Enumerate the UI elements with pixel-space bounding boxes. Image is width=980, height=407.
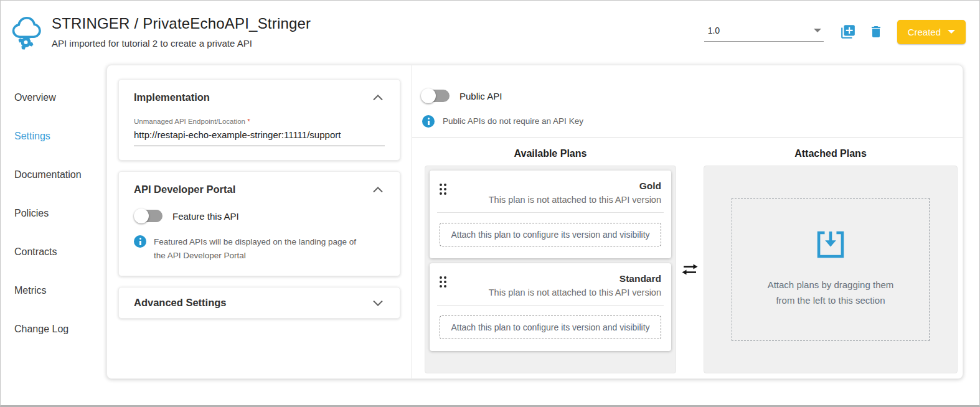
chevron-up-icon [372,95,384,101]
expand-advanced-settings-button[interactable] [371,297,385,309]
public-api-info-text: Public APIs do not require an API Key [443,115,583,128]
endpoint-field: Unmanaged API Endpoint/Location * http:/… [134,118,385,146]
drag-handle-icon[interactable] [440,276,446,297]
implementation-panel-header: Implementation [134,91,385,103]
attached-plans-container: Attach plans by dragging them from the l… [704,166,958,373]
implementation-panel: Implementation Unmanaged API Endpoint/Lo… [118,79,400,161]
chevron-down-icon [372,300,384,306]
feature-api-toggle[interactable] [134,208,163,223]
header: STRINGER / PrivateEchoAPI_Stringer API i… [1,1,979,63]
plan-info: Standard This plan is not attached to th… [446,273,661,297]
plan-info: Gold This plan is not attached to this A… [446,180,661,205]
required-marker: * [247,118,250,125]
swap-horizontal-icon [682,263,698,276]
collapse-developer-portal-button[interactable] [371,184,385,195]
public-api-row: Public API [421,88,963,103]
implementation-title: Implementation [134,91,210,103]
sidebar: Overview Settings Documentation Policies… [1,63,106,349]
plan-card-divider [437,212,664,213]
developer-portal-panel-header: API Developer Portal [134,184,385,195]
available-plans-header: Available Plans [425,148,676,159]
plan-card-divider [437,305,664,306]
plans-area: Available Plans Gold This plan is not at… [412,138,963,373]
drop-download-icon [816,230,845,259]
advanced-settings-panel-header: Advanced Settings [134,297,385,309]
advanced-settings-panel: Advanced Settings [118,287,400,319]
featured-api-info-text: Featured APIs will be displayed on the l… [154,235,385,262]
plan-name: Standard [446,273,661,284]
dropzone-hint-line2: from the left to this section [768,293,894,309]
collapse-implementation-button[interactable] [371,92,385,103]
sidebar-item-metrics[interactable]: Metrics [1,271,106,310]
plan-status: This plan is not attached to this API ve… [446,288,661,297]
attached-plans-header: Attached Plans [704,148,958,159]
plans-column: Public API Public APIs do not require an… [412,65,963,378]
plan-card-gold[interactable]: Gold This plan is not attached to this A… [430,171,671,258]
attached-plans-column: Attached Plans Attach plans by dragging … [704,138,958,373]
sidebar-item-overview[interactable]: Overview [1,78,106,117]
settings-form-column: Implementation Unmanaged API Endpoint/Lo… [107,65,412,378]
endpoint-input[interactable]: http://restapi-echo-example-stringer:111… [134,125,385,146]
attach-gold-plan-button[interactable]: Attach this plan to configure its versio… [440,223,661,246]
available-plans-column: Available Plans Gold This plan is not at… [425,138,676,373]
page-title: STRINGER / PrivateEchoAPI_Stringer [52,15,311,32]
title-block: STRINGER / PrivateEchoAPI_Stringer API i… [52,15,311,49]
chevron-down-icon [814,29,821,32]
version-value: 1.0 [708,26,814,35]
feature-api-row: Feature this API [134,208,385,223]
dropzone-hint-line1: Attach plans by dragging them [768,278,894,293]
page-subtitle: API imported for tutorial 2 to create a … [52,38,311,49]
toggle-knob [421,88,436,103]
feature-api-toggle-label: Feature this API [172,211,239,222]
featured-api-info: Featured APIs will be displayed on the l… [134,235,385,262]
plan-name: Gold [446,180,661,192]
plan-status: This plan is not attached to this API ve… [446,195,661,205]
toggle-knob [134,208,149,223]
advanced-settings-title: Advanced Settings [134,297,227,309]
plan-card-standard[interactable]: Standard This plan is not attached to th… [430,263,671,351]
sidebar-item-contracts[interactable]: Contracts [1,233,106,271]
developer-portal-panel: API Developer Portal Feature this API [118,171,400,276]
chevron-down-icon [948,30,955,34]
library-add-icon [840,24,856,40]
sidebar-item-change-log[interactable]: Change Log [1,310,106,349]
header-actions: 1.0 Created [704,20,966,44]
status-dropdown-button[interactable]: Created [897,20,966,44]
sidebar-item-settings[interactable]: Settings [1,117,106,156]
duplicate-version-button[interactable] [840,24,856,40]
swap-arrows-wrap [676,138,704,373]
drag-handle-icon[interactable] [440,184,446,205]
plan-card-top: Standard This plan is not attached to th… [440,273,661,297]
attached-plans-dropzone[interactable]: Attach plans by dragging them from the l… [732,198,930,341]
info-icon [422,115,435,128]
available-plans-container: Gold This plan is not attached to this A… [425,166,676,373]
sidebar-item-documentation[interactable]: Documentation [1,156,106,194]
version-select[interactable]: 1.0 [704,22,824,42]
endpoint-field-label: Unmanaged API Endpoint/Location * [134,118,385,125]
trash-icon [869,24,883,40]
info-icon [134,235,146,248]
status-label: Created [908,27,941,37]
dropzone-hint: Attach plans by dragging them from the l… [768,278,894,309]
settings-content-card: Implementation Unmanaged API Endpoint/Lo… [106,65,963,379]
chevron-up-icon [372,187,384,193]
attach-standard-plan-button[interactable]: Attach this plan to configure its versio… [440,316,661,339]
endpoint-label-text: Unmanaged API Endpoint/Location [134,118,245,125]
delete-api-button[interactable] [869,24,883,40]
developer-portal-title: API Developer Portal [134,184,235,195]
public-api-toggle-label: Public API [459,91,502,101]
public-api-toggle[interactable] [421,88,450,103]
api-manager-window: STRINGER / PrivateEchoAPI_Stringer API i… [0,0,980,407]
plan-card-top: Gold This plan is not attached to this A… [440,180,661,205]
public-api-info: Public APIs do not require an API Key [422,115,963,128]
sidebar-item-policies[interactable]: Policies [1,194,106,233]
cloud-gear-logo-icon [11,14,43,50]
